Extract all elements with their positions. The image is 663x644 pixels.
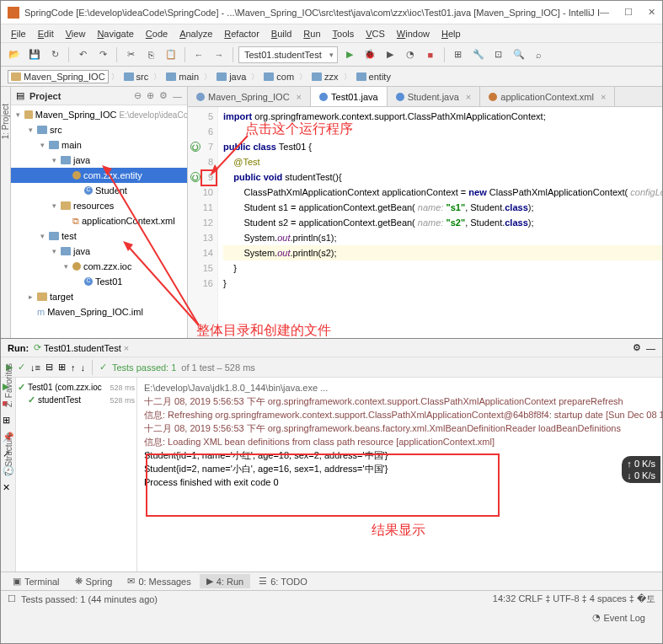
expand-icon[interactable]: ⊟ bbox=[45, 362, 53, 373]
source-code[interactable]: import org.springframework.context.suppo… bbox=[218, 107, 663, 338]
save-icon[interactable]: 💾 bbox=[26, 46, 43, 63]
tree-node[interactable]: com.zzx.entity bbox=[11, 168, 187, 183]
test-tree[interactable]: ✓Test01 (com.zzx.ioc528 ms✓studentTest52… bbox=[16, 378, 137, 572]
tree-node[interactable]: ▾Maven_Spring_IOC E:\develop\ideaCode\Sp… bbox=[11, 107, 187, 122]
close-button[interactable]: ✕ bbox=[648, 7, 655, 18]
settings-icon[interactable]: ⚙ bbox=[633, 342, 641, 353]
editor-tab[interactable]: Test01.java bbox=[311, 87, 388, 106]
editor-tab[interactable]: Student.java × bbox=[388, 87, 481, 106]
locate-icon[interactable]: ⊕ bbox=[147, 90, 154, 101]
breadcrumb-item[interactable]: Maven_Spring_IOC bbox=[8, 70, 109, 83]
breadcrumb-item[interactable]: java bbox=[214, 71, 249, 83]
status-hint-icon[interactable]: ☐ bbox=[8, 593, 16, 604]
structure-icon[interactable]: ⊞ bbox=[450, 46, 467, 63]
menu-navigate[interactable]: Navigate bbox=[92, 27, 138, 40]
breadcrumb-item[interactable]: entity bbox=[354, 71, 393, 83]
next-icon[interactable]: ↓ bbox=[80, 362, 85, 373]
project-tree[interactable]: ▾Maven_Spring_IOC E:\develop\ideaCode\Sp… bbox=[11, 105, 187, 338]
undo-icon[interactable]: ↶ bbox=[74, 46, 91, 63]
run-label: Run: bbox=[8, 343, 29, 353]
menu-file[interactable]: File bbox=[6, 27, 31, 40]
collapse-icon[interactable]: ⊞ bbox=[58, 362, 66, 373]
tree-node[interactable]: ▸target bbox=[11, 289, 187, 304]
editor-tab[interactable]: Maven_Spring_IOC × bbox=[188, 87, 311, 106]
menu-refactor[interactable]: Refactor bbox=[219, 27, 265, 40]
sidebar-tab-favorites[interactable]: 2: Favorites bbox=[4, 363, 13, 407]
settings-icon[interactable]: ⚙ bbox=[159, 90, 168, 101]
breadcrumb-item[interactable]: zzx bbox=[309, 71, 341, 83]
window-title: SpringCode [E:\develop\ideaCode\SpringCo… bbox=[24, 8, 600, 18]
project-tool-window: ▤ Project ⊖ ⊕ ⚙ — ▾Maven_Spring_IOC E:\d… bbox=[11, 87, 188, 338]
prev-icon[interactable]: ↑ bbox=[71, 362, 76, 373]
sidebar-tab-project[interactable]: 1: Project bbox=[1, 104, 10, 139]
project-title: Project bbox=[29, 91, 129, 101]
event-log-tab[interactable]: Event Log bbox=[603, 613, 645, 623]
copy-icon[interactable]: ⎘ bbox=[142, 46, 159, 63]
sdk-icon[interactable]: ⊡ bbox=[490, 46, 507, 63]
tree-node[interactable]: ▾main bbox=[11, 137, 187, 153]
test-node[interactable]: ✓studentTest528 ms bbox=[18, 394, 135, 406]
close-icon[interactable]: ✕ bbox=[3, 482, 14, 494]
tree-node[interactable]: ▾src bbox=[11, 122, 187, 137]
settings-icon[interactable]: 🔧 bbox=[470, 46, 487, 63]
maximize-button[interactable]: ☐ bbox=[624, 7, 633, 18]
hide-icon[interactable]: — bbox=[646, 343, 655, 353]
sort-icon[interactable]: ↓≡ bbox=[30, 362, 40, 373]
profile-icon[interactable]: ◔ bbox=[402, 46, 419, 63]
test-node[interactable]: ✓Test01 (com.zzx.ioc528 ms bbox=[18, 381, 135, 394]
console-output[interactable]: E:\develop\Java\jdk1.8.0_144\bin\java.ex… bbox=[137, 378, 662, 572]
open-icon[interactable]: 📂 bbox=[6, 46, 23, 63]
menu-edit[interactable]: Edit bbox=[33, 27, 59, 40]
paste-icon[interactable]: 📋 bbox=[163, 46, 179, 63]
find-icon[interactable]: ⌕ bbox=[531, 46, 548, 63]
line-numbers-gutter: 5678910111213141516 bbox=[188, 107, 218, 338]
bottom-tab-0-messages[interactable]: ✉0: Messages bbox=[120, 574, 197, 588]
stop-icon[interactable]: ■ bbox=[422, 46, 439, 63]
menu-build[interactable]: Build bbox=[266, 27, 297, 40]
tree-node[interactable]: ⧉applicationContext.xml bbox=[11, 213, 187, 228]
tree-node[interactable]: ▾java bbox=[11, 244, 187, 259]
tree-node[interactable]: ▾resources bbox=[11, 198, 187, 213]
run-icon[interactable]: ▶ bbox=[341, 46, 358, 63]
tree-node[interactable]: CTest01 bbox=[11, 274, 187, 289]
redo-icon[interactable]: ↷ bbox=[94, 46, 111, 63]
menu-analyze[interactable]: Analyze bbox=[174, 27, 217, 40]
cut-icon[interactable]: ✂ bbox=[122, 46, 139, 63]
run-configuration-selector[interactable]: Test01.studentTest bbox=[238, 46, 338, 63]
menu-tools[interactable]: Tools bbox=[328, 27, 360, 40]
main-toolbar: 📂 💾 ↻ ↶ ↷ ✂ ⎘ 📋 ← → Test01.studentTest ▶… bbox=[1, 43, 662, 67]
menu-code[interactable]: Code bbox=[141, 27, 173, 40]
bottom-tab-spring[interactable]: ❋Spring bbox=[68, 574, 120, 588]
bottom-tab-4-run[interactable]: ▶4: Run bbox=[200, 574, 250, 588]
menu-run[interactable]: Run bbox=[298, 27, 325, 40]
breadcrumb-item[interactable]: com bbox=[261, 71, 297, 83]
bottom-tab-terminal[interactable]: ▣Terminal bbox=[6, 574, 67, 588]
coverage-icon[interactable]: ▶ bbox=[382, 46, 398, 63]
minimize-button[interactable]: — bbox=[600, 7, 609, 18]
search-icon[interactable]: 🔍 bbox=[511, 46, 527, 63]
collapse-icon[interactable]: ⊖ bbox=[134, 90, 142, 101]
back-icon[interactable]: ← bbox=[190, 46, 207, 63]
bottom-tool-tabs: ▣Terminal❋Spring✉0: Messages▶4: Run☰6: T… bbox=[1, 572, 662, 590]
tree-node[interactable]: CStudent bbox=[11, 183, 187, 198]
bottom-tab-6-todo[interactable]: ☰6: TODO bbox=[252, 574, 314, 588]
tree-node[interactable]: ▾com.zzx.ioc bbox=[11, 259, 187, 274]
breadcrumb-item[interactable]: main bbox=[163, 71, 201, 83]
title-bar: SpringCode [E:\develop\ideaCode\SpringCo… bbox=[1, 1, 662, 24]
tree-node[interactable]: ▾java bbox=[11, 153, 187, 168]
breadcrumb-item[interactable]: src bbox=[121, 71, 152, 83]
menu-help[interactable]: Help bbox=[436, 27, 466, 40]
editor-tab[interactable]: applicationContext.xml × bbox=[480, 87, 615, 106]
hide-icon[interactable]: — bbox=[173, 91, 182, 101]
tree-node[interactable]: mMaven_Spring_IOC.iml bbox=[11, 304, 187, 319]
menu-vcs[interactable]: VCS bbox=[361, 27, 390, 40]
sync-icon[interactable]: ↻ bbox=[46, 46, 63, 63]
toggle-icon[interactable]: ✓ bbox=[18, 362, 25, 373]
menu-view[interactable]: View bbox=[61, 27, 91, 40]
debug-icon[interactable]: 🐞 bbox=[361, 46, 378, 63]
menu-window[interactable]: Window bbox=[392, 27, 435, 40]
forward-icon[interactable]: → bbox=[211, 46, 227, 63]
project-view-select[interactable]: ▤ bbox=[16, 90, 24, 101]
sidebar-tab-structure[interactable]: 7: Structure bbox=[4, 432, 13, 476]
tree-node[interactable]: ▾test bbox=[11, 228, 187, 244]
